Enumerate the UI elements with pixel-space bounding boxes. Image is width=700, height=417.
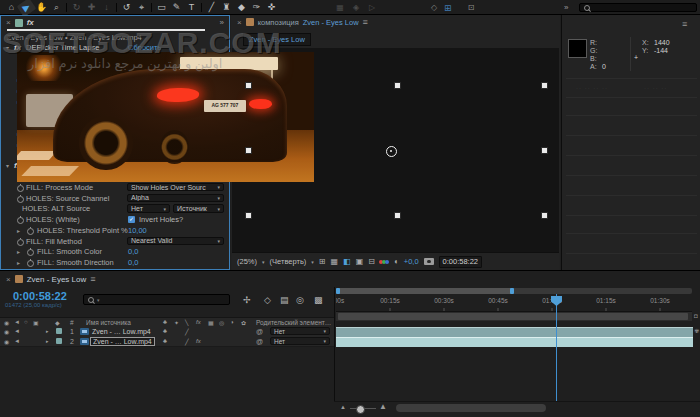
show-channel-icon[interactable]: [380, 260, 389, 264]
quality-icon[interactable]: ╲: [185, 319, 189, 326]
label-color-icon[interactable]: ◆: [55, 319, 60, 326]
shy-switch-icon[interactable]: ♣: [163, 338, 167, 344]
stopwatch-icon[interactable]: [17, 217, 24, 224]
audio-icon[interactable]: ◄: [14, 338, 20, 344]
zoom-tool-icon[interactable]: ⌕: [49, 1, 64, 14]
reset-link[interactable]: Сбросить: [128, 43, 161, 52]
shy-icon[interactable]: ♣: [163, 319, 167, 325]
work-area-range[interactable]: [338, 313, 688, 320]
parent-dropdown[interactable]: Нет▾: [270, 327, 330, 335]
3d-layer-icon[interactable]: ✿: [241, 319, 246, 326]
twirl-right-icon[interactable]: ▸: [46, 328, 49, 334]
playhead-line[interactable]: [556, 294, 557, 401]
adjustment-layer-icon[interactable]: ◑: [230, 319, 234, 325]
pen-tool-icon[interactable]: ✎: [169, 1, 184, 14]
eye-icon[interactable]: ◉: [4, 319, 9, 326]
selection-handle-middle-right[interactable]: [541, 147, 548, 154]
composition-panel-comp-name[interactable]: Zven - Eyes Low: [303, 18, 359, 27]
rectangle-tool-icon[interactable]: ▭: [154, 1, 169, 14]
twirl-right-icon[interactable]: ▸: [17, 259, 20, 266]
mask-visibility-icon[interactable]: ⊡: [464, 3, 478, 12]
transparency-grid-icon[interactable]: ▦: [331, 257, 339, 266]
comp-button-icon[interactable]: ✾: [694, 327, 699, 334]
eye-icon[interactable]: ◉: [4, 328, 9, 335]
label-color-chip[interactable]: [56, 338, 62, 344]
zoom-in-mountain-icon[interactable]: ▲: [379, 402, 387, 411]
exposure-value[interactable]: +0,0: [404, 257, 419, 266]
shy-switch-icon[interactable]: ♣: [163, 328, 167, 334]
workspace-icon[interactable]: ▷: [365, 3, 379, 12]
draft-3d-icon[interactable]: ◇: [264, 295, 271, 305]
parent-pickwhip-icon[interactable]: @: [256, 338, 263, 345]
pan-behind-tool-icon[interactable]: ⌖: [134, 1, 149, 14]
close-icon[interactable]: ×: [6, 275, 11, 284]
motion-blur-icon[interactable]: ◎: [296, 295, 304, 305]
snap-icon[interactable]: ◇: [431, 3, 437, 12]
toolbar-overflow-chevrons[interactable]: »: [564, 3, 567, 12]
quality-switch-icon[interactable]: ╱: [185, 328, 189, 335]
stopwatch-icon[interactable]: [27, 228, 34, 235]
zoom-out-mountain-icon[interactable]: ▲: [340, 404, 346, 410]
clone-stamp-tool-icon[interactable]: ♜: [219, 1, 234, 14]
grid-guides-icon[interactable]: ⊞: [319, 257, 326, 266]
frame-blend-icon[interactable]: ▦: [208, 319, 214, 326]
stopwatch-icon[interactable]: [27, 249, 34, 256]
timeline-column-divider[interactable]: [334, 287, 335, 417]
index-column-header[interactable]: #: [70, 319, 74, 326]
parent-dropdown[interactable]: Нет▾: [270, 337, 330, 345]
selection-handle-top-right[interactable]: [541, 82, 548, 89]
pan-camera-tool-icon[interactable]: ✚: [84, 1, 99, 14]
workspace-icon[interactable]: ▦: [333, 3, 347, 12]
dolly-camera-tool-icon[interactable]: ↓: [99, 1, 114, 14]
stopwatch-icon[interactable]: [17, 185, 24, 192]
lock-icon[interactable]: ▣: [33, 319, 39, 326]
selection-handle-bottom-center[interactable]: [394, 212, 401, 219]
alt-source-layer-dropdown[interactable]: Нет▾: [127, 204, 170, 213]
timeline-tab[interactable]: Zven - Eyes Low: [27, 275, 87, 284]
property-value[interactable]: 0,0: [128, 247, 138, 256]
resolution-dropdown[interactable]: (Четверть): [270, 257, 307, 266]
magnification-dropdown[interactable]: (25%): [237, 257, 257, 266]
puppet-pin-tool-icon[interactable]: ✜: [264, 1, 279, 14]
panel-overflow-chevrons[interactable]: »: [220, 18, 223, 27]
type-tool-icon[interactable]: T: [184, 1, 199, 14]
close-icon[interactable]: ×: [237, 18, 242, 27]
quality-switch-icon[interactable]: ╱: [185, 338, 189, 345]
motion-tracker-icon[interactable]: ⊞: [444, 3, 452, 13]
brush-tool-icon[interactable]: ╱: [204, 1, 219, 14]
exposure-icon[interactable]: ◐: [394, 257, 399, 266]
stopwatch-icon[interactable]: [17, 196, 24, 203]
effects-switch-icon[interactable]: fx: [196, 319, 201, 325]
source-name-column-header[interactable]: Имя источника: [86, 319, 131, 326]
twirl-right-icon[interactable]: ▸: [17, 248, 20, 255]
layer-name[interactable]: Zven - … Low.mp4: [90, 337, 155, 346]
panel-menu-icon[interactable]: ≡: [363, 17, 368, 27]
source-channel-dropdown[interactable]: Alpha▾: [127, 194, 224, 203]
region-of-interest-icon[interactable]: ▣: [356, 257, 364, 266]
twirl-down-icon[interactable]: ▾: [6, 44, 9, 51]
audio-icon[interactable]: ◄: [14, 328, 20, 334]
work-area-bar[interactable]: [336, 312, 692, 321]
composition-viewer-tab[interactable]: Zven - Eyes Low: [243, 33, 311, 46]
timeline-horizontal-scrollbar[interactable]: [396, 404, 546, 412]
selection-handle-bottom-left[interactable]: [245, 212, 252, 219]
solo-icon[interactable]: ○: [24, 319, 28, 325]
timeline-search-input[interactable]: ▾: [83, 294, 230, 305]
effect-controls-tab[interactable]: fx: [27, 18, 34, 27]
fill-method-dropdown[interactable]: Nearest Valid▾: [127, 237, 224, 246]
stopwatch-icon[interactable]: [17, 239, 24, 246]
selection-handle-top-center[interactable]: [394, 82, 401, 89]
parent-pickwhip-icon[interactable]: @: [256, 328, 263, 335]
composition-panel-label[interactable]: композиция: [258, 18, 299, 27]
fx-switch-icon[interactable]: fx: [196, 338, 201, 344]
workspace-icon[interactable]: ◈: [349, 3, 363, 12]
label-color-chip[interactable]: [56, 328, 62, 334]
frame-blending-icon[interactable]: ▤: [280, 295, 289, 305]
time-ruler[interactable]: 00s 00:15s 00:30s 00:45s 01:00s 01:15s 0…: [336, 294, 692, 312]
workspace-search-input[interactable]: [579, 3, 697, 12]
timeline-zoom-slider-knob[interactable]: [356, 405, 365, 414]
eraser-tool-icon[interactable]: ◆: [234, 1, 249, 14]
layer-row-selected[interactable]: ◉ ◄ ▸ 2 Zven - … Low.mp4 ♣ ╱ fx @ Нет▾: [0, 336, 334, 347]
process-mode-dropdown[interactable]: Show Holes Over Sourc▾: [127, 183, 224, 192]
selection-handle-middle-left[interactable]: [245, 147, 252, 154]
